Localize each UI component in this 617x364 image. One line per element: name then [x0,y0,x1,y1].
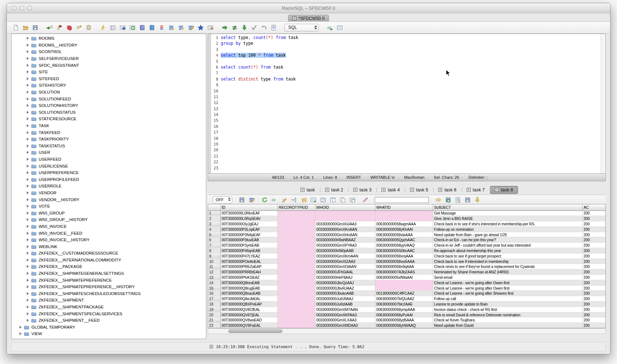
result-tab-task-6[interactable]: ✕task 6 [433,186,461,194]
tree-item-scontrol[interactable]: SCONTROL [12,48,206,55]
tree-item-userfeed[interactable]: USERFEED [12,156,206,163]
result-cell[interactable] [375,280,433,285]
tree-item-rooms[interactable]: ROOMS [12,35,206,42]
result-cell[interactable]: 00T3000000QBXPeEAP [220,302,277,307]
result-cell[interactable]: 0033000000HirF8AAJ [315,275,375,280]
result-row[interactable]: 2100T3000000QV8wsEAD0033000000GmXLXAA300… [208,317,606,323]
tree-item-zkfedex-customaddresssource[interactable]: ZKFEDEX__CUSTOMADDRESSSOURCE [12,250,206,257]
result-cell[interactable]: Follow up call [433,296,582,302]
result-cell[interactable]: 0033000000JbvQzAAJ [315,280,375,285]
row-number-cell[interactable]: 7 [208,243,220,248]
result-row[interactable]: 1400T3000000Q8rexEAB0033000000JbvQzAAJCh… [208,280,606,285]
editor-line[interactable]: 8select distinct type from task [211,76,601,82]
tab-close-icon[interactable]: ✕ [353,188,357,192]
result-cell[interactable] [375,285,433,291]
tree-item-sitefeed[interactable]: SITEFEED [12,75,206,82]
tree-item-solutionfeed[interactable]: SOLUTIONFEED [12,95,206,102]
result-cell[interactable]: 00T3000000POeAnEAL [220,259,277,264]
result-cell[interactable]: 0033000000GmXKPAA3 [315,312,375,317]
row-number-cell[interactable]: 17 [208,296,220,302]
tree-item-site[interactable]: SITE [12,69,206,75]
result-row[interactable]: 2200T3000000QV9FaEAL0033000000GmXMDAA300… [208,323,606,328]
expand-triangle-icon[interactable] [27,151,29,154]
result-cell[interactable]: 006300000058xlaAAA [375,232,433,237]
result-cell[interactable]: 006300000058xrqAAA [375,253,433,259]
result-cell[interactable]: 200 [582,221,606,227]
expand-triangle-icon[interactable] [27,245,29,248]
expand-triangle-icon[interactable] [27,91,29,94]
tree-item-zkfedex-shipment[interactable]: ZKFEDEX__SHIPMENT [12,297,206,304]
result-cell[interactable] [277,312,315,317]
result-cell[interactable]: 200 [582,317,606,323]
result-cell[interactable]: Check-in w/ Ed - can he join this year? [433,237,582,243]
document-tab[interactable]: ✕ *SFDCW50 II [288,15,329,22]
tree-item-user[interactable]: USER [12,149,206,156]
tab-close-icon[interactable]: ✕ [325,188,329,192]
expand-triangle-icon[interactable] [27,306,29,308]
result-cell[interactable]: 200 [582,312,606,317]
result-cell[interactable]: 200 [582,211,606,216]
result-cell[interactable]: Check w/ Leanne - we're going after Owen… [433,280,582,285]
result-row[interactable]: 1900T3000000QV8CfEAL0033000000GmXM7AAN00… [208,307,606,312]
result-cell[interactable]: 0033000000GmXKnAAN [315,226,375,232]
result-cell[interactable]: 200 [582,275,606,280]
tree-item-zkfedex-shipmatepreference[interactable]: ZKFEDEX__SHIPMATEPREFERENCE [12,277,206,283]
result-cell[interactable]: Need update from David [433,323,582,328]
result-row[interactable]: 1700T3000000QAeJbEAL0033000000Ju9J9AAJ00… [208,296,606,302]
result-cell[interactable] [277,291,315,296]
result-cell[interactable]: 00630000007bIQUAA2 [375,296,433,302]
expand-triangle-icon[interactable] [27,57,29,60]
result-cell[interactable]: 00T3000000Q8sauEAB [220,291,277,296]
expand-triangle-icon[interactable] [27,111,29,114]
expand-triangle-icon[interactable] [27,44,29,47]
result-cell[interactable]: 00630000005S0bnAAC [375,248,433,254]
filter-edit-button[interactable] [248,196,255,203]
expand-triangle-icon[interactable] [27,272,29,275]
result-cell[interactable]: Check w/ Leanne - we're going after Owen… [433,285,582,291]
tree-item-w50-invoice[interactable]: W50_INVOICE [12,223,206,230]
new-file-button[interactable] [12,24,19,31]
result-cell[interactable] [277,216,315,221]
tree-item-zkfedex-shipmentpackage[interactable]: ZKFEDEX__SHIPMENTPACKAGE [12,304,206,311]
expand-triangle-icon[interactable] [27,232,29,235]
expand-triangle-icon[interactable] [27,212,29,214]
result-cell[interactable]: Check nexis to see if they've found a re… [433,264,582,269]
result-cell[interactable]: Check w/ Kevin Tsujihara [433,317,582,323]
result-cell[interactable] [277,307,315,312]
rollback-undo-button[interactable] [260,24,267,31]
view-glasses-button[interactable]: 66 [271,196,278,203]
expand-triangle-icon[interactable] [27,98,29,100]
result-cell[interactable]: 0033000000JbvRJAAZ [315,285,375,291]
result-cell[interactable] [277,226,315,232]
result-cell[interactable] [277,253,315,259]
result-cell[interactable]: Need update from Bain - gave go ahead 1/… [433,232,582,237]
editor-note-button[interactable] [270,24,277,31]
result-cell[interactable]: Check-in w/ Jeff - couldn't afford last … [433,243,582,248]
expand-triangle-icon[interactable] [27,84,29,87]
result-cell[interactable] [277,264,315,269]
expand-triangle-icon[interactable] [27,225,29,228]
result-cell[interactable]: 0033000000GmXIZAA3 [315,259,375,264]
row-number-cell[interactable]: 15 [208,285,220,291]
result-cell[interactable]: 200 [582,264,606,269]
compare-arrows-button[interactable] [231,24,238,31]
favorites-star-button[interactable] [197,24,204,31]
row-number-cell[interactable]: 14 [208,280,220,285]
table-go-button[interactable] [207,24,214,31]
result-row[interactable]: 1200T3000000PRR8rEAH0033000000JFhGlAAL00… [208,269,606,275]
expand-triangle-icon[interactable] [27,124,29,127]
go-forward-button[interactable] [221,24,228,31]
row-number-cell[interactable]: 18 [208,302,220,307]
result-cell[interactable]: 200 [582,248,606,254]
editor-line[interactable]: 2group by type [211,40,601,46]
result-row[interactable]: 300T3000000OiyJgEAJ0033000000GmXHJAA3006… [208,221,606,227]
copy-table-button[interactable] [349,196,356,203]
result-row[interactable]: 800T3000000P46qnEAB0033000000H9i0pAAB006… [208,248,606,254]
result-tab-task-4[interactable]: ✕task 4 [376,186,405,194]
result-cell[interactable] [277,232,315,237]
tree-item-taskpriority[interactable]: TASKPRIORITY [12,136,206,143]
result-cell[interactable]: 006300000058ympAAA [375,307,433,312]
row-number-cell[interactable]: 10 [208,259,220,264]
result-row[interactable]: 1100T3000000PREZaEAP0033000000GmXOiAAN00… [208,264,606,269]
result-cell[interactable]: 00T3000000P47LYEAZ [220,253,277,259]
